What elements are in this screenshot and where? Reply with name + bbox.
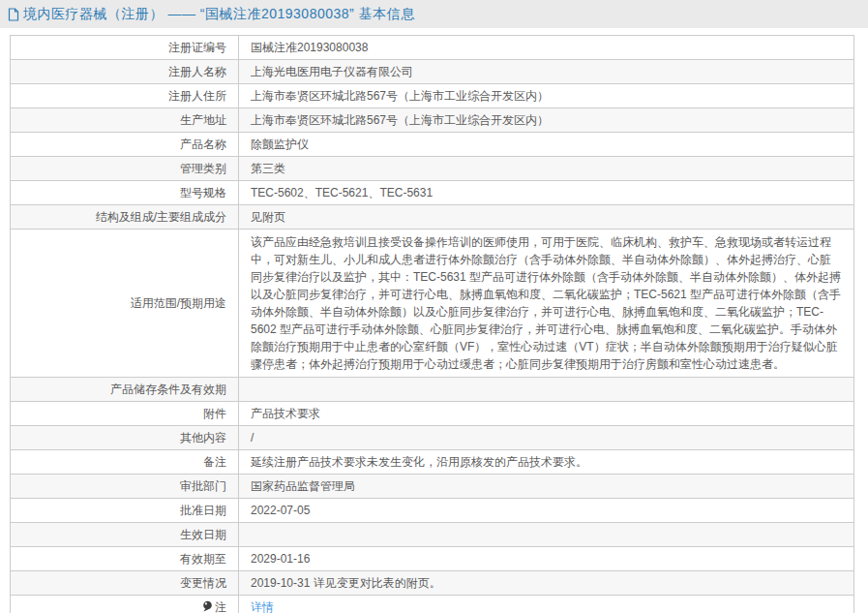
row-label: 审批部门	[180, 479, 226, 493]
row-value: 国械注准20193080038	[251, 41, 368, 54]
row-value: 延续注册产品技术要求未发生变化，沿用原核发的产品技术要求。	[251, 455, 587, 469]
row-label: 生产地址	[180, 113, 226, 127]
row-value: 上海市奉贤区环城北路567号（上海市工业综合开发区内）	[251, 89, 549, 103]
detail-link[interactable]: 详情	[251, 600, 274, 613]
table-row: 注册证编号 国械注准20193080038	[11, 36, 854, 60]
table-row: 注册人名称 上海光电医用电子仪器有限公司	[11, 60, 854, 84]
row-label: 注册人住所	[168, 89, 226, 103]
row-label: 型号规格	[180, 186, 226, 199]
page-header: 境内医疗器械（注册） —— “国械注准20193080038” 基本信息	[0, 0, 868, 28]
row-label: 生效日期	[180, 528, 226, 541]
row-value: 上海光电医用电子仪器有限公司	[251, 65, 413, 78]
row-value: 第三类	[251, 162, 285, 175]
table-row: 生产地址 上海市奉贤区环城北路567号（上海市工业综合开发区内）	[11, 108, 854, 133]
table-row: 批准日期 2022-07-05	[11, 499, 854, 523]
table-row: 适用范围/预期用途 该产品应由经急救培训且接受设备操作培训的医师使用，可用于医院…	[11, 230, 854, 378]
row-label: 备注	[203, 455, 226, 469]
table-row: 有效期至 2029-01-16	[11, 547, 854, 571]
row-label: 附件	[203, 407, 226, 420]
row-label: 变更情况	[180, 576, 226, 590]
row-value: 产品技术要求	[251, 407, 320, 420]
row-value: 国家药品监督管理局	[251, 479, 355, 493]
row-label: 注	[215, 600, 226, 613]
row-value: 见附页	[251, 210, 285, 224]
info-table: 注册证编号 国械注准20193080038 注册人名称 上海光电医用电子仪器有限…	[10, 35, 854, 613]
row-value: 除颤监护仪	[251, 138, 309, 151]
info-table-body: 注册证编号 国械注准20193080038 注册人名称 上海光电医用电子仪器有限…	[11, 36, 854, 613]
row-label: 有效期至	[180, 552, 226, 566]
row-label: 产品名称	[180, 138, 226, 151]
row-label: 其他内容	[180, 431, 226, 444]
page-title: 境内医疗器械（注册） —— “国械注准20193080038” 基本信息	[23, 6, 415, 23]
row-label: 结构及组成/主要组成成分	[96, 210, 226, 224]
row-value: 该产品应由经急救培训且接受设备操作培训的医师使用，可用于医院、临床机构、救护车、…	[251, 235, 841, 371]
row-value: 2019-10-31 详见变更对比表的附页。	[251, 576, 441, 590]
row-label: 适用范围/预期用途	[131, 296, 226, 310]
note-icon	[202, 600, 213, 612]
table-row: 注册人住所 上海市奉贤区环城北路567号（上海市工业综合开发区内）	[11, 84, 854, 108]
row-value: 2029-01-16	[251, 552, 310, 566]
table-row: 注 详情	[11, 596, 854, 613]
row-value: 2022-07-05	[251, 504, 310, 517]
document-icon	[8, 8, 19, 21]
table-row: 其他内容 /	[11, 426, 854, 450]
table-row: 备注 延续注册产品技术要求未发生变化，沿用原核发的产品技术要求。	[11, 450, 854, 475]
table-row: 型号规格 TEC-5602、TEC-5621、TEC-5631	[11, 181, 854, 205]
table-row: 审批部门 国家药品监督管理局	[11, 475, 854, 499]
row-label: 注册人名称	[168, 65, 226, 78]
row-label: 批准日期	[180, 504, 226, 517]
row-label: 管理类别	[180, 162, 226, 175]
table-row: 变更情况 2019-10-31 详见变更对比表的附页。	[11, 571, 854, 596]
row-label: 产品储存条件及有效期	[110, 383, 226, 396]
table-row: 产品储存条件及有效期	[11, 378, 854, 402]
table-row: 附件 产品技术要求	[11, 402, 854, 426]
row-label: 注册证编号	[168, 41, 226, 54]
table-row: 结构及组成/主要组成成分 见附页	[11, 205, 854, 230]
row-value: TEC-5602、TEC-5621、TEC-5631	[251, 186, 433, 199]
table-row: 生效日期	[11, 523, 854, 547]
row-value: 上海市奉贤区环城北路567号（上海市工业综合开发区内）	[251, 113, 549, 127]
row-value: /	[251, 431, 254, 444]
table-row: 管理类别 第三类	[11, 157, 854, 181]
table-row: 产品名称 除颤监护仪	[11, 133, 854, 157]
